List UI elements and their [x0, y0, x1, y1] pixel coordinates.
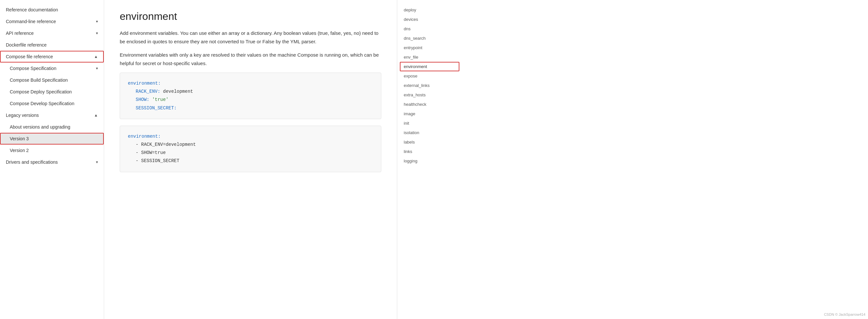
description-1: Add environment variables. You can use e… — [120, 29, 381, 46]
code-block-1: environment: RACK_ENV: development SHOW:… — [120, 72, 381, 119]
sidebar-item-compose-build-specification[interactable]: Compose Build Specification — [0, 74, 104, 86]
sidebar-item-reference-documentation[interactable]: Reference documentation — [0, 4, 104, 16]
sidebar-item-command-line-reference[interactable]: Command-line reference▾ — [0, 16, 104, 27]
sidebar-item-label: Reference documentation — [6, 7, 58, 12]
code-value: - SHOW=true — [136, 150, 165, 155]
chevron-icon: ▾ — [96, 31, 98, 35]
toc-dns-search[interactable]: dns_search — [400, 33, 459, 43]
sidebar-item-label: Compose Build Specification — [10, 78, 68, 83]
chevron-icon: ▾ — [96, 160, 98, 164]
sidebar-item-compose-specification[interactable]: Compose Specification▾ — [0, 62, 104, 74]
sidebar-item-label: Compose file reference — [6, 54, 53, 59]
watermark: CSDN © JackSparrow414 — [824, 313, 865, 316]
sidebar-item-legacy-versions[interactable]: Legacy versions▲ — [0, 109, 104, 121]
sidebar-item-about-versions[interactable]: About versions and upgrading — [0, 121, 104, 133]
code-value: - RACK_ENV=development — [136, 142, 196, 147]
code-value: development — [160, 89, 193, 94]
sidebar-item-label: About versions and upgrading — [10, 124, 70, 129]
toc-expose[interactable]: expose — [400, 71, 459, 81]
toc-labels[interactable]: labels — [400, 137, 459, 147]
sidebar-item-label: Drivers and specifications — [6, 160, 58, 165]
sidebar-item-version-3[interactable]: Version 3 — [0, 133, 104, 145]
code-key: environment: — [128, 134, 161, 139]
page-title: environment — [120, 10, 381, 23]
sidebar-item-label: Dockerfile reference — [6, 42, 46, 48]
toc-init[interactable]: init — [400, 118, 459, 128]
code-value: - SESSION_SECRET — [136, 158, 179, 164]
toc-external-links[interactable]: external_links — [400, 81, 459, 90]
sidebar-item-label: Legacy versions — [6, 113, 39, 118]
chevron-icon: ▲ — [94, 113, 98, 117]
main-content: environment Add environment variables. Y… — [104, 0, 397, 319]
toc-extra-hosts[interactable]: extra_hosts — [400, 90, 459, 99]
sidebar-item-label: Command-line reference — [6, 19, 56, 24]
chevron-icon: ▾ — [96, 19, 98, 24]
chevron-icon: ▲ — [94, 54, 98, 59]
toc-isolation[interactable]: isolation — [400, 128, 459, 137]
sidebar-item-compose-file-reference[interactable]: Compose file reference▲ — [0, 51, 104, 62]
sidebar-item-label: API reference — [6, 31, 34, 36]
toc-sidebar: deploydevicesdnsdns_searchentrypointenv_… — [397, 0, 462, 319]
toc-environment[interactable]: environment — [400, 62, 459, 71]
toc-dns[interactable]: dns — [400, 24, 459, 33]
toc-deploy[interactable]: deploy — [400, 5, 459, 14]
chevron-icon: ▾ — [96, 66, 98, 70]
toc-env-file[interactable]: env_file — [400, 52, 459, 62]
sidebar-item-label: Compose Deploy Specification — [10, 89, 72, 94]
toc-devices[interactable]: devices — [400, 14, 459, 24]
code-key: environment: — [128, 81, 161, 86]
toc-image[interactable]: image — [400, 109, 459, 118]
sidebar-item-dockerfile-reference[interactable]: Dockerfile reference — [0, 39, 104, 51]
sidebar-item-label: Version 3 — [10, 136, 29, 141]
code-key: SESSION_SECRET: — [136, 106, 177, 111]
sidebar-item-label: Compose Develop Specification — [10, 101, 74, 106]
code-block-2: environment: - RACK_ENV=development - SH… — [120, 126, 381, 172]
sidebar-item-version-2[interactable]: Version 2 — [0, 145, 104, 156]
sidebar-item-label: Compose Specification — [10, 66, 56, 71]
description-2: Environment variables with only a key ar… — [120, 51, 381, 67]
sidebar-item-drivers-and-specifications[interactable]: Drivers and specifications▾ — [0, 156, 104, 168]
code-key: RACK_ENV: — [136, 89, 160, 94]
code-key: SHOW: — [136, 97, 149, 102]
sidebar-item-compose-develop-specification[interactable]: Compose Develop Specification — [0, 98, 104, 109]
toc-healthcheck[interactable]: healthcheck — [400, 99, 459, 109]
toc-links[interactable]: links — [400, 147, 459, 156]
code-string: 'true' — [149, 97, 168, 102]
toc-logging[interactable]: logging — [400, 156, 459, 166]
sidebar-item-label: Version 2 — [10, 148, 29, 153]
sidebar-item-compose-deploy-specification[interactable]: Compose Deploy Specification — [0, 86, 104, 98]
toc-entrypoint[interactable]: entrypoint — [400, 43, 459, 52]
sidebar-item-api-reference[interactable]: API reference▾ — [0, 27, 104, 39]
sidebar: Reference documentationCommand-line refe… — [0, 0, 104, 319]
